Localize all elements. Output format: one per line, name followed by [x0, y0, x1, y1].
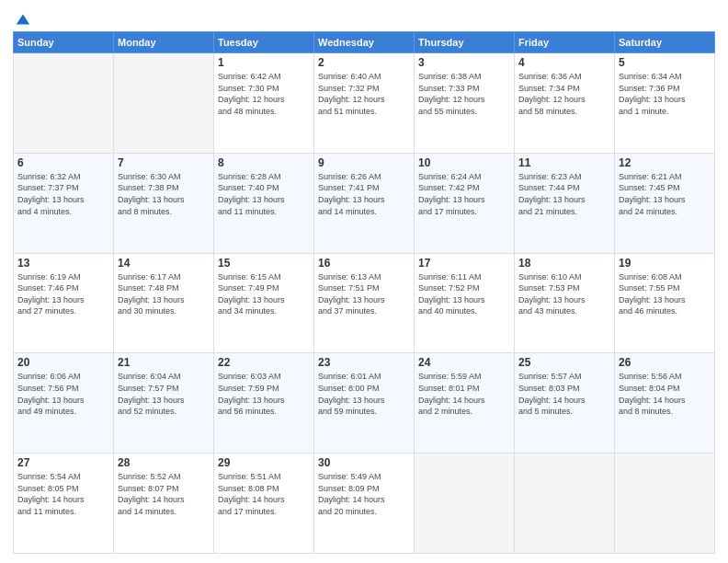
- calendar-cell: [14, 53, 114, 154]
- calendar-cell: 2Sunrise: 6:40 AM Sunset: 7:32 PM Daylig…: [314, 53, 415, 154]
- day-info: Sunrise: 6:06 AM Sunset: 7:56 PM Dayligh…: [17, 371, 109, 417]
- day-number: 1: [218, 56, 310, 69]
- calendar-cell: 17Sunrise: 6:11 AM Sunset: 7:52 PM Dayli…: [415, 253, 515, 353]
- day-info: Sunrise: 6:34 AM Sunset: 7:36 PM Dayligh…: [619, 71, 711, 117]
- logo-icon: [15, 11, 31, 28]
- day-number: 7: [118, 156, 210, 169]
- day-info: Sunrise: 6:01 AM Sunset: 8:00 PM Dayligh…: [318, 371, 410, 417]
- week-row-2: 6Sunrise: 6:32 AM Sunset: 7:37 PM Daylig…: [14, 153, 715, 253]
- day-info: Sunrise: 5:49 AM Sunset: 8:09 PM Dayligh…: [318, 471, 410, 517]
- calendar-cell: 26Sunrise: 5:56 AM Sunset: 8:04 PM Dayli…: [615, 353, 715, 454]
- day-info: Sunrise: 5:59 AM Sunset: 8:01 PM Dayligh…: [418, 371, 510, 417]
- calendar-cell: 1Sunrise: 6:42 AM Sunset: 7:30 PM Daylig…: [214, 53, 314, 154]
- calendar-cell: 25Sunrise: 5:57 AM Sunset: 8:03 PM Dayli…: [515, 353, 615, 454]
- calendar-cell: 20Sunrise: 6:06 AM Sunset: 7:56 PM Dayli…: [14, 353, 114, 454]
- logo: [13, 11, 31, 24]
- day-info: Sunrise: 6:38 AM Sunset: 7:33 PM Dayligh…: [418, 71, 510, 117]
- day-number: 16: [318, 257, 410, 270]
- day-info: Sunrise: 6:13 AM Sunset: 7:51 PM Dayligh…: [318, 271, 410, 317]
- day-number: 2: [318, 56, 410, 69]
- day-info: Sunrise: 5:56 AM Sunset: 8:04 PM Dayligh…: [619, 371, 711, 417]
- day-number: 9: [318, 156, 410, 169]
- calendar-cell: 10Sunrise: 6:24 AM Sunset: 7:42 PM Dayli…: [415, 153, 515, 253]
- weekday-header-row: SundayMondayTuesdayWednesdayThursdayFrid…: [14, 32, 715, 53]
- week-row-4: 20Sunrise: 6:06 AM Sunset: 7:56 PM Dayli…: [14, 353, 715, 454]
- day-info: Sunrise: 6:11 AM Sunset: 7:52 PM Dayligh…: [418, 271, 510, 317]
- calendar-cell: 24Sunrise: 5:59 AM Sunset: 8:01 PM Dayli…: [415, 353, 515, 454]
- day-number: 20: [17, 356, 109, 369]
- day-number: 27: [17, 456, 109, 469]
- calendar-cell: 11Sunrise: 6:23 AM Sunset: 7:44 PM Dayli…: [515, 153, 615, 253]
- day-number: 26: [619, 356, 711, 369]
- day-info: Sunrise: 5:54 AM Sunset: 8:05 PM Dayligh…: [17, 471, 109, 517]
- calendar-cell: 8Sunrise: 6:28 AM Sunset: 7:40 PM Daylig…: [214, 153, 314, 253]
- day-number: 14: [118, 257, 210, 270]
- day-info: Sunrise: 6:40 AM Sunset: 7:32 PM Dayligh…: [318, 71, 410, 117]
- calendar-cell: 23Sunrise: 6:01 AM Sunset: 8:00 PM Dayli…: [314, 353, 415, 454]
- calendar-cell: [415, 454, 515, 554]
- day-number: 19: [619, 257, 711, 270]
- day-number: 22: [218, 356, 310, 369]
- header: [13, 11, 715, 24]
- calendar-cell: 4Sunrise: 6:36 AM Sunset: 7:34 PM Daylig…: [515, 53, 615, 154]
- day-info: Sunrise: 6:28 AM Sunset: 7:40 PM Dayligh…: [218, 171, 310, 217]
- weekday-header-friday: Friday: [515, 32, 615, 53]
- day-number: 4: [518, 56, 610, 69]
- day-info: Sunrise: 6:10 AM Sunset: 7:53 PM Dayligh…: [518, 271, 610, 317]
- day-info: Sunrise: 6:36 AM Sunset: 7:34 PM Dayligh…: [518, 71, 610, 117]
- day-info: Sunrise: 6:21 AM Sunset: 7:45 PM Dayligh…: [619, 171, 711, 217]
- day-number: 25: [518, 356, 610, 369]
- calendar-cell: [515, 454, 615, 554]
- day-info: Sunrise: 5:57 AM Sunset: 8:03 PM Dayligh…: [518, 371, 610, 417]
- day-number: 28: [118, 456, 210, 469]
- day-info: Sunrise: 6:17 AM Sunset: 7:48 PM Dayligh…: [118, 271, 210, 317]
- calendar-cell: 13Sunrise: 6:19 AM Sunset: 7:46 PM Dayli…: [14, 253, 114, 353]
- day-number: 18: [518, 257, 610, 270]
- calendar-cell: 29Sunrise: 5:51 AM Sunset: 8:08 PM Dayli…: [214, 454, 314, 554]
- calendar-cell: 6Sunrise: 6:32 AM Sunset: 7:37 PM Daylig…: [14, 153, 114, 253]
- calendar-cell: 22Sunrise: 6:03 AM Sunset: 7:59 PM Dayli…: [214, 353, 314, 454]
- day-info: Sunrise: 6:19 AM Sunset: 7:46 PM Dayligh…: [17, 271, 109, 317]
- calendar-cell: 7Sunrise: 6:30 AM Sunset: 7:38 PM Daylig…: [114, 153, 214, 253]
- logo-text: [13, 11, 31, 28]
- day-number: 3: [418, 56, 510, 69]
- week-row-3: 13Sunrise: 6:19 AM Sunset: 7:46 PM Dayli…: [14, 253, 715, 353]
- calendar-cell: 16Sunrise: 6:13 AM Sunset: 7:51 PM Dayli…: [314, 253, 415, 353]
- calendar-cell: 9Sunrise: 6:26 AM Sunset: 7:41 PM Daylig…: [314, 153, 415, 253]
- day-info: Sunrise: 5:52 AM Sunset: 8:07 PM Dayligh…: [118, 471, 210, 517]
- day-info: Sunrise: 6:08 AM Sunset: 7:55 PM Dayligh…: [619, 271, 711, 317]
- weekday-header-wednesday: Wednesday: [314, 32, 415, 53]
- svg-marker-0: [17, 15, 29, 25]
- weekday-header-tuesday: Tuesday: [214, 32, 314, 53]
- day-info: Sunrise: 6:30 AM Sunset: 7:38 PM Dayligh…: [118, 171, 210, 217]
- day-number: 11: [518, 156, 610, 169]
- week-row-5: 27Sunrise: 5:54 AM Sunset: 8:05 PM Dayli…: [14, 454, 715, 554]
- day-number: 15: [218, 257, 310, 270]
- calendar-cell: [615, 454, 715, 554]
- weekday-header-saturday: Saturday: [615, 32, 715, 53]
- day-number: 30: [318, 456, 410, 469]
- day-number: 29: [218, 456, 310, 469]
- day-info: Sunrise: 6:03 AM Sunset: 7:59 PM Dayligh…: [218, 371, 310, 417]
- day-number: 5: [619, 56, 711, 69]
- day-number: 17: [418, 257, 510, 270]
- calendar-cell: 3Sunrise: 6:38 AM Sunset: 7:33 PM Daylig…: [415, 53, 515, 154]
- calendar-cell: 27Sunrise: 5:54 AM Sunset: 8:05 PM Dayli…: [14, 454, 114, 554]
- day-number: 24: [418, 356, 510, 369]
- day-info: Sunrise: 6:15 AM Sunset: 7:49 PM Dayligh…: [218, 271, 310, 317]
- weekday-header-sunday: Sunday: [14, 32, 114, 53]
- day-info: Sunrise: 6:23 AM Sunset: 7:44 PM Dayligh…: [518, 171, 610, 217]
- day-number: 13: [17, 257, 109, 270]
- calendar-cell: 28Sunrise: 5:52 AM Sunset: 8:07 PM Dayli…: [114, 454, 214, 554]
- day-number: 23: [318, 356, 410, 369]
- week-row-1: 1Sunrise: 6:42 AM Sunset: 7:30 PM Daylig…: [14, 53, 715, 154]
- calendar-cell: 21Sunrise: 6:04 AM Sunset: 7:57 PM Dayli…: [114, 353, 214, 454]
- calendar-cell: 14Sunrise: 6:17 AM Sunset: 7:48 PM Dayli…: [114, 253, 214, 353]
- day-info: Sunrise: 6:24 AM Sunset: 7:42 PM Dayligh…: [418, 171, 510, 217]
- calendar-cell: [114, 53, 214, 154]
- day-number: 10: [418, 156, 510, 169]
- calendar-cell: 18Sunrise: 6:10 AM Sunset: 7:53 PM Dayli…: [515, 253, 615, 353]
- calendar-cell: 12Sunrise: 6:21 AM Sunset: 7:45 PM Dayli…: [615, 153, 715, 253]
- calendar-cell: 30Sunrise: 5:49 AM Sunset: 8:09 PM Dayli…: [314, 454, 415, 554]
- day-number: 6: [17, 156, 109, 169]
